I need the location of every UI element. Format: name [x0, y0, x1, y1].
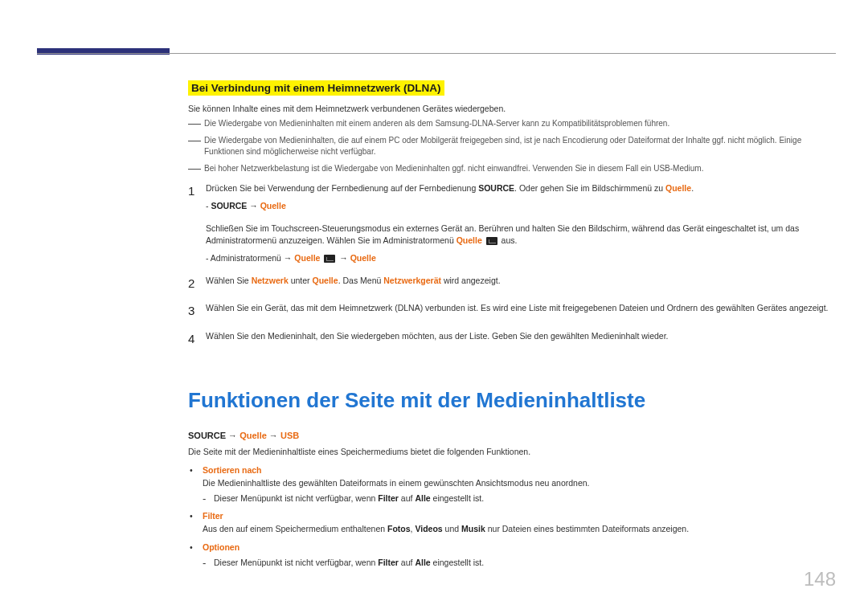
- step-number: 4: [188, 330, 206, 349]
- intro-text: Sie können Inhalte eines mit dem Heimnet…: [188, 104, 836, 113]
- step-1-para2: Schließen Sie im Touchscreen-Steuerungsm…: [206, 223, 836, 248]
- source-icon: [486, 237, 497, 245]
- filter-title: Filter: [203, 511, 223, 521]
- t: Dieser Menüpunkt ist nicht verfügbar, we…: [214, 493, 378, 503]
- breadcrumb-path: SOURCE → Quelle → USB: [188, 431, 836, 440]
- note-3: ― Bei hoher Netzwerkbelastung ist die Wi…: [188, 163, 836, 175]
- header-divider: [37, 53, 836, 54]
- breadcrumb-1: - SOURCE → Quelle: [206, 200, 836, 213]
- step-number: 1: [188, 182, 206, 265]
- sort-desc: Die Medieninhaltliste des gewählten Date…: [203, 478, 590, 488]
- dash-icon: -: [203, 493, 214, 504]
- breadcrumb-2: - Administratormenü → Quelle → Quelle: [206, 252, 836, 265]
- quelle-label: Quelle: [294, 253, 320, 263]
- dash-icon: ―: [188, 135, 201, 158]
- bullet-body: Sortieren nach Die Medieninhaltliste des…: [203, 464, 836, 490]
- t: eingestellt ist.: [431, 558, 485, 567]
- section-desc: Die Seite mit der Medieninhaltliste eine…: [188, 447, 836, 456]
- note-text: Dieser Menüpunkt ist nicht verfügbar, we…: [214, 558, 484, 568]
- source-icon: [324, 255, 335, 263]
- note-text: Bei hoher Netzwerkbelastung ist die Wied…: [204, 163, 703, 175]
- t: und: [443, 524, 461, 533]
- musik-label: Musik: [461, 524, 485, 533]
- t: . Das Menü: [338, 276, 384, 285]
- step-2: 2 Wählen Sie Netzwerk unter Quelle. Das …: [188, 275, 836, 293]
- step-4: 4 Wählen Sie den Medieninhalt, den Sie w…: [188, 330, 836, 349]
- t: Dieser Menüpunkt ist nicht verfügbar, we…: [214, 558, 378, 567]
- step-1: 1 Drücken Sie bei Verwendung der Fernbed…: [188, 182, 836, 265]
- t: auf: [399, 558, 415, 567]
- source-label: SOURCE: [478, 183, 514, 193]
- note-text: Die Wiedergabe von Medieninhalten, die a…: [204, 135, 836, 158]
- options-note: - Dieser Menüpunkt ist nicht verfügbar, …: [203, 558, 836, 568]
- text: .: [691, 183, 694, 193]
- filter-label: Filter: [378, 558, 399, 567]
- arrow: →: [226, 431, 240, 440]
- bullet-filter: • Filter Aus den auf einem Speichermediu…: [188, 510, 836, 536]
- bullet-icon: •: [188, 510, 203, 536]
- page-content: Bei Verbindung mit einem Heimnetzwerk (D…: [188, 80, 836, 568]
- note-1: ― Die Wiedergabe von Medieninhalten mit …: [188, 118, 836, 130]
- t: auf: [399, 493, 415, 503]
- dash-icon: ―: [188, 163, 201, 175]
- dash-icon: ―: [188, 118, 201, 130]
- note-2: ― Die Wiedergabe von Medieninhalten, die…: [188, 135, 836, 158]
- netzwerkgeraet-label: Netzwerkgerät: [383, 276, 441, 285]
- quelle-label: Quelle: [260, 201, 286, 210]
- step-3: 3 Wählen Sie ein Gerät, das mit dem Heim…: [188, 302, 836, 321]
- t: nur Dateien eines bestimmten Dateiformat…: [485, 524, 689, 533]
- quelle-label: Quelle: [313, 276, 338, 285]
- quelle-label: Quelle: [240, 431, 267, 440]
- options-title: Optionen: [203, 542, 240, 552]
- quelle-label: Quelle: [350, 253, 376, 263]
- text: Drücken Sie bei Verwendung der Fernbedie…: [206, 183, 478, 193]
- bullet-icon: •: [188, 541, 203, 554]
- step-body: Wählen Sie Netzwerk unter Quelle. Das Me…: [206, 275, 836, 293]
- t: unter: [289, 276, 313, 285]
- text: . Oder gehen Sie im Bildschirmmenü zu: [514, 183, 665, 193]
- t: wird angezeigt.: [441, 276, 501, 285]
- step-body: Drücken Sie bei Verwendung der Fernbedie…: [206, 182, 836, 265]
- netzwerk-label: Netzwerk: [252, 276, 289, 285]
- arrow: →: [247, 201, 260, 210]
- text: - Administratormenü →: [206, 253, 294, 263]
- alle-label: Alle: [415, 493, 430, 503]
- bullet-icon: •: [188, 464, 203, 490]
- note-text: Dieser Menüpunkt ist nicht verfügbar, we…: [214, 493, 484, 504]
- bullet-sort: • Sortieren nach Die Medieninhaltliste d…: [188, 464, 836, 490]
- sort-note: - Dieser Menüpunkt ist nicht verfügbar, …: [203, 493, 836, 504]
- quelle-label: Quelle: [665, 183, 691, 193]
- t: Aus den auf einem Speichermedium enthalt…: [203, 524, 387, 533]
- arrow: →: [337, 253, 350, 263]
- step-number: 2: [188, 275, 206, 293]
- sort-title: Sortieren nach: [203, 465, 262, 475]
- fotos-label: Fotos: [387, 524, 411, 533]
- step-body: Wählen Sie den Medieninhalt, den Sie wie…: [206, 330, 836, 349]
- t: Wählen Sie: [206, 276, 252, 285]
- filter-label: Filter: [378, 493, 399, 503]
- bullet-body: Optionen: [203, 541, 836, 554]
- page-number: 148: [804, 568, 836, 591]
- bullet-options: • Optionen: [188, 541, 836, 554]
- arrow: →: [267, 431, 280, 440]
- t: eingestellt ist.: [431, 493, 485, 503]
- videos-label: Videos: [415, 524, 442, 533]
- step-number: 3: [188, 302, 206, 321]
- section-heading-functions: Funktionen der Seite mit der Medieninhal…: [188, 388, 836, 413]
- section-heading-dlna: Bei Verbindung mit einem Heimnetzwerk (D…: [188, 80, 444, 96]
- steps-list: 1 Drücken Sie bei Verwendung der Fernbed…: [188, 182, 836, 348]
- alle-label: Alle: [415, 558, 430, 567]
- step-body: Wählen Sie ein Gerät, das mit dem Heimne…: [206, 302, 836, 321]
- source-label: SOURCE: [188, 431, 226, 440]
- source-label: SOURCE: [211, 201, 247, 210]
- bullet-body: Filter Aus den auf einem Speichermedium …: [203, 510, 836, 536]
- dash-icon: -: [203, 558, 214, 568]
- quelle-label: Quelle: [457, 235, 482, 245]
- usb-label: USB: [280, 431, 299, 440]
- text: aus.: [499, 235, 518, 245]
- note-text: Die Wiedergabe von Medieninhalten mit ei…: [204, 118, 669, 130]
